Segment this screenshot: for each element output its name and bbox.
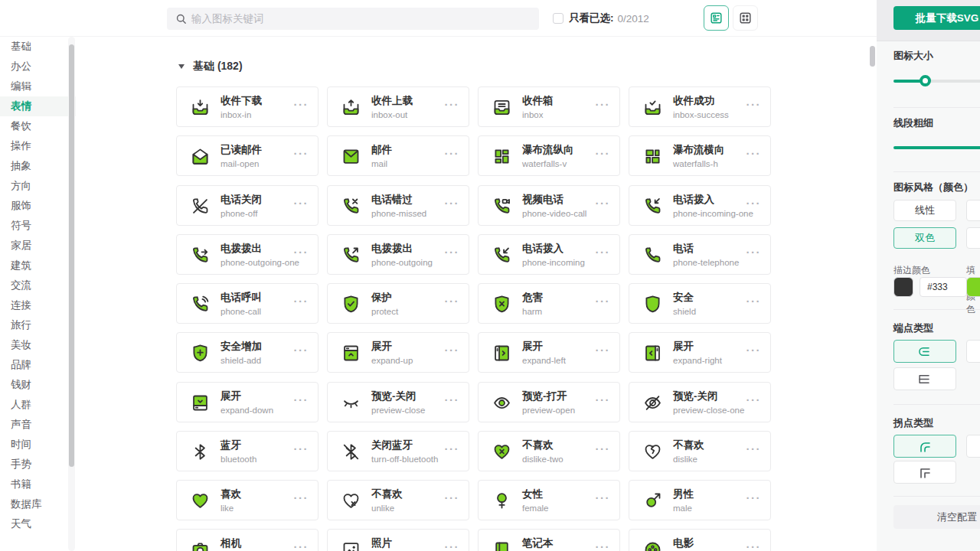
icon-card[interactable]: 照片··· bbox=[327, 529, 469, 551]
only-selected-checkbox[interactable] bbox=[553, 13, 564, 24]
more-actions-icon[interactable]: ··· bbox=[294, 246, 309, 259]
more-actions-icon[interactable]: ··· bbox=[294, 491, 309, 504]
sidebar-item-19[interactable]: 声音 bbox=[0, 415, 76, 435]
batch-download-button[interactable]: 批量下载SVG bbox=[893, 6, 980, 30]
more-actions-icon[interactable]: ··· bbox=[746, 540, 762, 551]
more-actions-icon[interactable]: ··· bbox=[445, 491, 460, 504]
more-actions-icon[interactable]: ··· bbox=[746, 344, 762, 357]
icon-card[interactable]: 女性female··· bbox=[478, 480, 620, 520]
view-card-button[interactable] bbox=[704, 5, 729, 31]
icon-card[interactable]: 安全shield··· bbox=[629, 283, 771, 324]
more-actions-icon[interactable]: ··· bbox=[445, 197, 460, 210]
more-actions-icon[interactable]: ··· bbox=[445, 540, 460, 551]
icon-card[interactable]: 视频电话phone-video-call··· bbox=[478, 185, 620, 226]
style-option-button[interactable] bbox=[966, 227, 980, 249]
sidebar-item-active[interactable]: 表情 bbox=[0, 96, 76, 116]
icon-card[interactable]: 电话错过phone-missed··· bbox=[327, 185, 469, 226]
style-duotone-button[interactable]: 双色 bbox=[893, 227, 956, 249]
endpoint-square-button[interactable] bbox=[893, 367, 956, 390]
icon-card[interactable]: 笔记本··· bbox=[478, 529, 620, 551]
more-actions-icon[interactable]: ··· bbox=[445, 98, 460, 111]
sidebar-scrollbar-thumb[interactable] bbox=[69, 44, 74, 467]
corner-round-button[interactable] bbox=[893, 435, 956, 458]
icon-card[interactable]: 电话拨入phone-incoming-one··· bbox=[629, 185, 771, 226]
icon-card[interactable]: 预览-打开preview-open··· bbox=[478, 382, 620, 422]
icon-card[interactable]: 收件下载inbox-in··· bbox=[176, 86, 318, 127]
icon-card[interactable]: 电影··· bbox=[629, 529, 771, 551]
sidebar-item-13[interactable]: 连接 bbox=[0, 295, 76, 315]
more-actions-icon[interactable]: ··· bbox=[445, 147, 460, 160]
stroke-color-input[interactable] bbox=[920, 277, 967, 297]
more-actions-icon[interactable]: ··· bbox=[596, 442, 611, 455]
sidebar-item-2[interactable]: 编辑 bbox=[0, 77, 76, 96]
sidebar-item-23[interactable]: 数据库 bbox=[0, 494, 76, 514]
sidebar-item-10[interactable]: 家居 bbox=[0, 236, 76, 256]
sidebar-item-20[interactable]: 时间 bbox=[0, 435, 76, 455]
sidebar-item-14[interactable]: 旅行 bbox=[0, 315, 76, 335]
icon-card[interactable]: 收件箱inbox··· bbox=[478, 86, 620, 127]
more-actions-icon[interactable]: ··· bbox=[596, 246, 611, 259]
icon-card[interactable]: 展开expand-right··· bbox=[629, 332, 771, 373]
icon-card[interactable]: 展开expand-left··· bbox=[478, 332, 620, 373]
icon-card[interactable]: 喜欢like··· bbox=[176, 480, 318, 520]
icon-card[interactable]: 电话拨入phone-incoming··· bbox=[478, 234, 620, 275]
sidebar-item-6[interactable]: 抽象 bbox=[0, 156, 76, 176]
icon-card[interactable]: 电话呼叫phone-call··· bbox=[176, 283, 318, 324]
more-actions-icon[interactable]: ··· bbox=[294, 344, 309, 357]
icon-card[interactable]: 电话phone-telephone··· bbox=[629, 234, 771, 275]
more-actions-icon[interactable]: ··· bbox=[746, 491, 762, 504]
sidebar-item-18[interactable]: 人群 bbox=[0, 395, 76, 415]
icon-card[interactable]: 电话关闭phone-off··· bbox=[176, 185, 318, 226]
icon-card[interactable]: 安全增加shield-add··· bbox=[176, 332, 318, 373]
more-actions-icon[interactable]: ··· bbox=[746, 246, 762, 259]
corner-sharp-button[interactable] bbox=[893, 461, 956, 484]
more-actions-icon[interactable]: ··· bbox=[445, 344, 460, 357]
icon-card[interactable]: 关闭蓝牙turn-off-bluetooth··· bbox=[327, 431, 469, 471]
search-input[interactable] bbox=[191, 8, 528, 30]
more-actions-icon[interactable]: ··· bbox=[596, 98, 611, 111]
sidebar-item-15[interactable]: 美妆 bbox=[0, 335, 76, 355]
main-scrollbar-thumb[interactable] bbox=[870, 46, 875, 67]
more-actions-icon[interactable]: ··· bbox=[294, 197, 309, 210]
icon-card[interactable]: 保护protect··· bbox=[327, 283, 469, 324]
more-actions-icon[interactable]: ··· bbox=[294, 295, 309, 308]
sidebar-item-5[interactable]: 操作 bbox=[0, 136, 76, 156]
corner-option-button[interactable] bbox=[966, 435, 980, 458]
more-actions-icon[interactable]: ··· bbox=[596, 491, 611, 504]
clear-config-button[interactable]: 清空配置 bbox=[893, 505, 980, 529]
more-actions-icon[interactable]: ··· bbox=[746, 147, 762, 160]
icon-card[interactable]: 预览-关闭preview-close-one··· bbox=[629, 382, 771, 422]
more-actions-icon[interactable]: ··· bbox=[294, 442, 309, 455]
more-actions-icon[interactable]: ··· bbox=[746, 197, 762, 210]
more-actions-icon[interactable]: ··· bbox=[294, 147, 309, 160]
endpoint-round-button[interactable] bbox=[893, 340, 956, 363]
sidebar-item-8[interactable]: 服饰 bbox=[0, 196, 76, 216]
more-actions-icon[interactable]: ··· bbox=[445, 295, 460, 308]
sidebar-item-22[interactable]: 书籍 bbox=[0, 474, 76, 494]
view-grid-button[interactable] bbox=[733, 5, 758, 31]
icon-card[interactable]: 预览-关闭preview-close··· bbox=[327, 382, 469, 422]
sidebar-item-1[interactable]: 办公 bbox=[0, 57, 76, 77]
icon-size-slider-thumb[interactable] bbox=[920, 75, 931, 86]
stroke-color-swatch[interactable] bbox=[893, 277, 913, 297]
icon-card[interactable]: 邮件mail··· bbox=[327, 135, 469, 176]
more-actions-icon[interactable]: ··· bbox=[294, 98, 309, 111]
icon-card[interactable]: 瀑布流纵向waterfalls-v··· bbox=[478, 135, 620, 176]
more-actions-icon[interactable]: ··· bbox=[596, 344, 611, 357]
sidebar-item-21[interactable]: 手势 bbox=[0, 455, 76, 474]
more-actions-icon[interactable]: ··· bbox=[445, 442, 460, 455]
sidebar-item-11[interactable]: 建筑 bbox=[0, 256, 76, 276]
sidebar-item-17[interactable]: 钱财 bbox=[0, 375, 76, 395]
icon-card[interactable]: 相机··· bbox=[176, 529, 318, 551]
more-actions-icon[interactable]: ··· bbox=[596, 295, 611, 308]
more-actions-icon[interactable]: ··· bbox=[746, 98, 762, 111]
icon-card[interactable]: 不喜欢unlike··· bbox=[327, 480, 469, 520]
icon-card[interactable]: 不喜欢dislike-two··· bbox=[478, 431, 620, 471]
more-actions-icon[interactable]: ··· bbox=[294, 393, 309, 406]
icon-card[interactable]: 电拨拨出phone-outgoing··· bbox=[327, 234, 469, 275]
more-actions-icon[interactable]: ··· bbox=[596, 393, 611, 406]
more-actions-icon[interactable]: ··· bbox=[596, 147, 611, 160]
sidebar-item-4[interactable]: 餐饮 bbox=[0, 116, 76, 136]
icon-card[interactable]: 危害harm··· bbox=[478, 283, 620, 324]
style-linear-button[interactable]: 线性 bbox=[893, 200, 956, 221]
